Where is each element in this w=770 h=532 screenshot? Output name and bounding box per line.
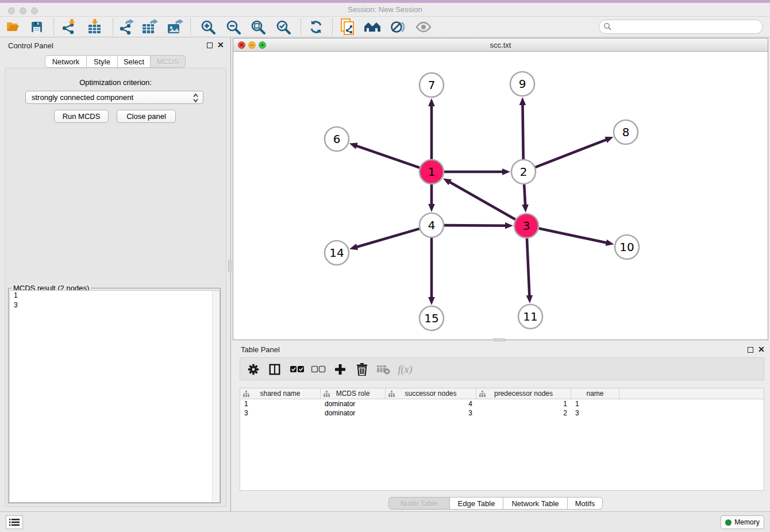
save-session-icon[interactable]	[27, 18, 47, 36]
result-scrollbar[interactable]	[212, 291, 220, 502]
graph-node[interactable]: 8	[614, 120, 638, 144]
table-cell[interactable]: 1	[571, 399, 619, 408]
import-table-icon[interactable]	[85, 18, 105, 36]
show-eye-icon[interactable]	[414, 18, 433, 36]
column-header-successor-nodes[interactable]: successor nodes	[386, 388, 476, 399]
graph-node[interactable]: 9	[510, 72, 534, 96]
export-network-icon[interactable]	[116, 18, 136, 36]
table-cell[interactable]: 1	[476, 399, 571, 408]
show-columns-icon[interactable]	[266, 361, 283, 377]
node-label: 1	[428, 165, 436, 179]
tab-node-table[interactable]: Node Table	[388, 497, 450, 510]
column-header-shared-name[interactable]: shared name	[240, 388, 321, 399]
edge-arrowhead	[349, 143, 358, 149]
column-header-name[interactable]: name	[571, 388, 619, 399]
graph-edge[interactable]	[527, 238, 530, 297]
edge-arrowhead	[519, 97, 526, 105]
table-cell[interactable]: 1	[240, 399, 321, 408]
zoom-fit-icon[interactable]	[248, 18, 268, 36]
graph-node[interactable]: 11	[518, 304, 542, 329]
deselect-all-icon[interactable]	[310, 361, 327, 377]
table-panel-title: Table Panel	[241, 345, 280, 354]
search-input[interactable]	[599, 20, 763, 34]
graph-node[interactable]: 6	[325, 127, 349, 151]
table-cell[interactable]: 3	[571, 408, 619, 418]
node-label: 4	[428, 218, 436, 232]
horizontal-split-handle[interactable]	[493, 338, 506, 341]
tab-select[interactable]: Select	[118, 55, 151, 68]
delete-table-icon[interactable]	[375, 361, 392, 377]
tab-motifs[interactable]: Motifs	[568, 497, 603, 510]
column-header-predecessor-nodes[interactable]: predecessor nodes	[476, 388, 571, 399]
table-cell[interactable]: 2	[476, 408, 571, 418]
network-frame-titlebar[interactable]: ✕ − + scc.txt	[233, 38, 768, 52]
table-row[interactable]: 1dominator411	[240, 399, 764, 408]
refresh-icon[interactable]	[306, 18, 326, 36]
close-panel-button[interactable]: Close panel	[117, 110, 176, 123]
graph-node-selected[interactable]: 1	[419, 160, 444, 184]
criterion-dropdown[interactable]: strongly connected component	[25, 91, 203, 104]
node-label: 11	[523, 310, 537, 323]
memory-button[interactable]: Memory	[721, 515, 764, 529]
tab-network[interactable]: Network	[45, 55, 87, 68]
edge-arrowhead	[606, 240, 614, 246]
zoom-in-icon[interactable]	[198, 18, 218, 36]
tab-network-table[interactable]: Network Table	[503, 497, 568, 510]
node-label: 7	[428, 78, 436, 92]
table-cell[interactable]: dominator	[321, 408, 386, 418]
graph-edge[interactable]	[449, 182, 515, 219]
table-panel: Table Panel ✕ f(x) shared name MCDS role…	[232, 342, 770, 511]
tab-style[interactable]: Style	[87, 55, 118, 68]
control-panel-close-icon[interactable]: ✕	[217, 42, 224, 48]
control-panel-float-icon[interactable]	[207, 43, 213, 48]
node-table[interactable]: shared name MCDS role successor nodes pr…	[240, 388, 764, 491]
node-label: 14	[329, 246, 344, 260]
graph-edge[interactable]	[539, 229, 608, 243]
graph-node-selected[interactable]: 3	[514, 214, 538, 238]
first-neighbors-icon[interactable]	[363, 18, 382, 36]
zoom-out-icon[interactable]	[224, 18, 243, 36]
table-row[interactable]: 3dominator323	[240, 408, 764, 418]
graph-edge[interactable]	[522, 103, 523, 159]
table-cell[interactable]: 3	[240, 408, 321, 418]
run-mcds-button[interactable]: Run MCDS	[54, 110, 109, 123]
graph-edge[interactable]	[536, 139, 608, 167]
network-canvas[interactable]: 7968124314101511	[233, 52, 768, 340]
add-column-icon[interactable]	[332, 361, 349, 377]
graph-edge[interactable]	[444, 225, 507, 226]
graph-edge[interactable]	[356, 229, 419, 247]
graph-node[interactable]: 15	[419, 306, 444, 330]
table-body[interactable]: 1dominator4113dominator323	[240, 399, 764, 418]
export-table-icon[interactable]	[140, 18, 160, 36]
control-panel-tabs: Network Style Select MCDS	[45, 55, 186, 68]
graph-node[interactable]: 2	[511, 160, 536, 184]
network-view-frame: ✕ − + scc.txt 7968124314101511	[233, 38, 768, 340]
table-panel-close-icon[interactable]: ✕	[758, 346, 765, 352]
hide-selected-icon[interactable]	[388, 18, 407, 36]
graph-node[interactable]: 14	[325, 241, 349, 265]
graph-node[interactable]: 4	[419, 213, 444, 237]
export-image-icon[interactable]	[165, 18, 185, 36]
open-file-icon[interactable]	[3, 18, 22, 36]
table-cell[interactable]: 4	[386, 399, 476, 408]
graph-node[interactable]: 10	[615, 235, 639, 259]
graph-edge[interactable]	[355, 145, 419, 168]
vertical-split-handle[interactable]	[228, 260, 232, 272]
table-cell[interactable]: 3	[386, 408, 476, 418]
network-frame-title: scc.txt	[233, 41, 768, 49]
graph-node[interactable]: 7	[419, 73, 444, 97]
table-settings-gear-icon[interactable]	[245, 361, 262, 377]
zoom-selected-icon[interactable]	[274, 18, 293, 36]
new-network-from-selection-icon[interactable]	[338, 18, 357, 36]
delete-column-icon[interactable]	[353, 361, 371, 377]
import-network-icon[interactable]	[59, 18, 78, 36]
tab-edge-table[interactable]: Edge Table	[450, 497, 503, 510]
mcds-result-list[interactable]: 13	[9, 290, 220, 503]
column-header-mcds-role[interactable]: MCDS role	[321, 388, 386, 399]
task-history-button[interactable]	[6, 515, 23, 529]
graph-edge[interactable]	[524, 184, 525, 206]
select-all-icon[interactable]	[288, 361, 306, 377]
table-cell[interactable]: dominator	[321, 399, 386, 408]
tab-mcds[interactable]: MCDS	[151, 55, 186, 68]
table-panel-float-icon[interactable]	[748, 347, 753, 353]
